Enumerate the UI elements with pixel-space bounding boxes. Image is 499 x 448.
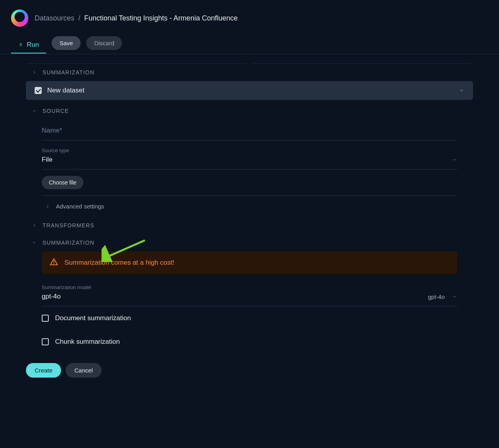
rocket-icon xyxy=(18,42,24,48)
breadcrumb-current: Functional Testing Insights - Armenia Co… xyxy=(84,14,238,22)
new-dataset-banner[interactable]: New dataset xyxy=(26,81,473,100)
content: SUMMARIZATION New dataset SOURCE Name* S… xyxy=(0,54,499,387)
dataset-left: New dataset xyxy=(35,87,85,94)
chevron-down-icon xyxy=(452,157,457,162)
header: Datasources / Functional Testing Insight… xyxy=(0,0,499,27)
divider xyxy=(28,54,471,64)
warning-icon xyxy=(50,258,58,268)
chevron-down-icon xyxy=(31,108,37,114)
section-summarization[interactable]: SUMMARIZATION xyxy=(12,234,487,251)
section-label: TRANSFORMERS xyxy=(43,222,94,229)
new-dataset-title: New dataset xyxy=(47,87,85,94)
new-dataset-checkbox[interactable] xyxy=(35,87,42,94)
cancel-button[interactable]: Cancel xyxy=(66,363,102,378)
footer: Create Cancel xyxy=(12,354,487,387)
source-form: Name* Source type File Choose file Advan… xyxy=(12,120,487,217)
section-label: SOURCE xyxy=(43,108,69,114)
chunk-summarization-label: Chunk summarization xyxy=(55,338,120,346)
section-label: SUMMARIZATION xyxy=(43,240,94,246)
tab-run-label: Run xyxy=(27,41,39,49)
choose-file-row: Choose file xyxy=(42,170,457,196)
source-type-label: Source type xyxy=(42,147,457,153)
svg-point-0 xyxy=(20,44,21,44)
summarization-model-value: gpt-4o xyxy=(42,293,61,301)
chunk-summarization-row[interactable]: Chunk summarization xyxy=(42,330,457,354)
warning-text: Summarization comes at a high cost! xyxy=(65,259,174,267)
name-field[interactable]: Name* xyxy=(42,120,457,140)
create-button[interactable]: Create xyxy=(26,363,61,378)
choose-file-button[interactable]: Choose file xyxy=(42,176,83,189)
advanced-settings-toggle[interactable]: Advanced settings xyxy=(42,196,457,217)
svg-point-3 xyxy=(54,263,54,264)
save-button[interactable]: Save xyxy=(52,36,81,50)
source-type-field[interactable]: Source type File xyxy=(42,140,457,170)
chevron-down-icon xyxy=(459,88,464,93)
section-label: SUMMARIZATION xyxy=(43,69,94,76)
breadcrumb-separator: / xyxy=(78,14,80,22)
section-transformers[interactable]: TRANSFORMERS xyxy=(12,217,487,234)
app-logo xyxy=(11,9,28,27)
summarization-model-field[interactable]: Summarization model gpt-4o gpt-4o xyxy=(42,277,457,306)
document-summarization-label: Document summarization xyxy=(55,314,131,322)
tab-run[interactable]: Run xyxy=(11,37,46,53)
chevron-down-icon xyxy=(452,294,457,299)
tab-bar: Run Save Discard xyxy=(0,27,499,54)
discard-button[interactable]: Discard xyxy=(86,36,122,50)
source-type-value: File xyxy=(42,156,52,164)
document-summarization-row[interactable]: Document summarization xyxy=(42,306,457,330)
advanced-settings-label: Advanced settings xyxy=(56,203,104,210)
summarization-model-label: Summarization model xyxy=(42,284,457,290)
summarization-model-ghost: gpt-4o xyxy=(428,293,445,300)
chevron-right-icon xyxy=(45,204,50,209)
document-summarization-checkbox[interactable] xyxy=(42,315,49,322)
chevron-right-icon xyxy=(31,70,37,75)
chevron-down-icon xyxy=(31,240,37,245)
chevron-right-icon xyxy=(31,223,37,228)
breadcrumb: Datasources / Functional Testing Insight… xyxy=(35,14,238,22)
chunk-summarization-checkbox[interactable] xyxy=(42,338,49,345)
summarization-warning: Summarization comes at a high cost! xyxy=(42,251,457,274)
section-summarization-collapsed[interactable]: SUMMARIZATION xyxy=(12,64,487,81)
summarization-form: Summarization comes at a high cost! Summ… xyxy=(12,251,487,354)
breadcrumb-root[interactable]: Datasources xyxy=(35,14,74,22)
section-source[interactable]: SOURCE xyxy=(12,102,487,120)
name-label: Name* xyxy=(42,127,457,135)
